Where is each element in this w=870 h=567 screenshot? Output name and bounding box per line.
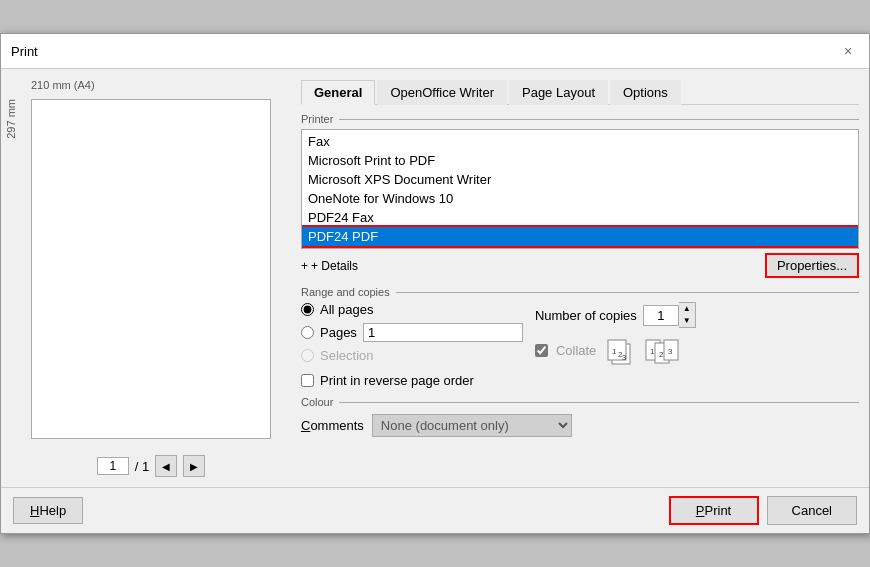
comments-select[interactable]: None (document only) [372, 414, 572, 437]
printer-item-onenote[interactable]: OneNote for Windows 10 [302, 189, 858, 208]
cancel-button[interactable]: Cancel [767, 496, 857, 525]
printer-item-xps[interactable]: Microsoft XPS Document Writer [302, 170, 858, 189]
bottom-right: PPrint Cancel [669, 496, 857, 525]
printer-section: Printer Fax Microsoft Print to PDF Micro… [301, 113, 859, 278]
range-content: All pages Pages Selection [301, 302, 859, 388]
svg-text:1: 1 [650, 347, 655, 356]
copies-spinner: ▲ ▼ [679, 302, 696, 328]
printer-item-pdf24fax[interactable]: PDF24 Fax [302, 208, 858, 227]
printer-list[interactable]: Fax Microsoft Print to PDF Microsoft XPS… [301, 129, 859, 249]
all-pages-radio[interactable] [301, 303, 314, 316]
page-preview [31, 99, 271, 439]
printer-section-label: Printer [301, 113, 859, 125]
tabs: General OpenOffice Writer Page Layout Op… [301, 79, 859, 105]
colour-section: Colour Comments None (document only) [301, 396, 859, 437]
comments-label: Comments [301, 418, 364, 433]
range-section-label: Range and copies [301, 286, 859, 298]
selection-row: Selection [301, 348, 523, 363]
tab-oo-writer[interactable]: OpenOffice Writer [377, 80, 507, 105]
close-button[interactable]: × [837, 40, 859, 62]
svg-text:3: 3 [622, 353, 627, 362]
comments-row: Comments None (document only) [301, 414, 859, 437]
copies-up-button[interactable]: ▲ [679, 303, 695, 315]
all-pages-label: All pages [320, 302, 373, 317]
help-button[interactable]: HHelp [13, 497, 83, 524]
comments-underline: C [301, 418, 310, 433]
reverse-row: Print in reverse page order [301, 373, 523, 388]
bottom-bar: HHelp PPrint Cancel [1, 487, 869, 533]
collate-icons: 1 2 3 1 2 [604, 334, 680, 366]
preview-controls: / 1 ◀ ▶ [97, 455, 205, 477]
range-right: Number of copies ▲ ▼ Collate [535, 302, 859, 388]
selection-radio [301, 349, 314, 362]
right-panel: General OpenOffice Writer Page Layout Op… [301, 79, 859, 477]
collate-checkbox[interactable] [535, 344, 548, 357]
collate-row: Collate 1 2 3 [535, 334, 859, 366]
details-row: + + Details Properties... [301, 253, 859, 278]
dialog-body: 210 mm (A4) 297 mm / 1 ◀ ▶ General OpenO… [1, 69, 869, 487]
details-link[interactable]: + + Details [301, 259, 358, 273]
collate-icon-1: 1 2 3 [604, 334, 640, 366]
copies-label: Number of copies [535, 308, 637, 323]
tab-options[interactable]: Options [610, 80, 681, 105]
properties-button[interactable]: Properties... [765, 253, 859, 278]
preview-panel: 210 mm (A4) 297 mm / 1 ◀ ▶ [11, 79, 291, 477]
collate-icon-2: 1 2 3 [644, 334, 680, 366]
copies-input[interactable] [643, 305, 679, 326]
svg-text:1: 1 [612, 347, 617, 356]
tab-general[interactable]: General [301, 80, 375, 105]
selection-label: Selection [320, 348, 373, 363]
prev-page-button[interactable]: ◀ [155, 455, 177, 477]
printer-item-pdf24pdf[interactable]: PDF24 PDF [302, 227, 858, 246]
details-label: + Details [311, 259, 358, 273]
range-section: Range and copies All pages Pages [301, 286, 859, 388]
copies-input-wrap: ▲ ▼ [643, 302, 696, 328]
pages-input[interactable] [363, 323, 523, 342]
next-page-button[interactable]: ▶ [183, 455, 205, 477]
title-bar: Print × [1, 34, 869, 69]
range-left: All pages Pages Selection [301, 302, 523, 388]
copies-down-button[interactable]: ▼ [679, 315, 695, 327]
pages-label: Pages [320, 325, 357, 340]
dimension-left: 297 mm [5, 99, 17, 139]
printer-item-ms-pdf[interactable]: Microsoft Print to PDF [302, 151, 858, 170]
dialog-title: Print [11, 44, 38, 59]
bottom-left: HHelp [13, 497, 83, 524]
print-button[interactable]: PPrint [669, 496, 759, 525]
page-total: / 1 [135, 459, 149, 474]
reverse-checkbox[interactable] [301, 374, 314, 387]
details-icon: + [301, 259, 308, 273]
pages-radio[interactable] [301, 326, 314, 339]
reverse-label: Print in reverse page order [320, 373, 474, 388]
printer-item-fax[interactable]: Fax [302, 132, 858, 151]
copies-row: Number of copies ▲ ▼ [535, 302, 859, 328]
all-pages-row: All pages [301, 302, 523, 317]
dimension-top: 210 mm (A4) [31, 79, 95, 91]
tab-page-layout[interactable]: Page Layout [509, 80, 608, 105]
svg-text:3: 3 [668, 347, 673, 356]
page-number-input[interactable] [97, 457, 129, 475]
pages-row: Pages [301, 323, 523, 342]
svg-text:2: 2 [659, 350, 664, 359]
collate-label: Collate [556, 343, 596, 358]
print-dialog: Print × 210 mm (A4) 297 mm / 1 ◀ ▶ Gener… [0, 33, 870, 534]
colour-section-label: Colour [301, 396, 859, 408]
